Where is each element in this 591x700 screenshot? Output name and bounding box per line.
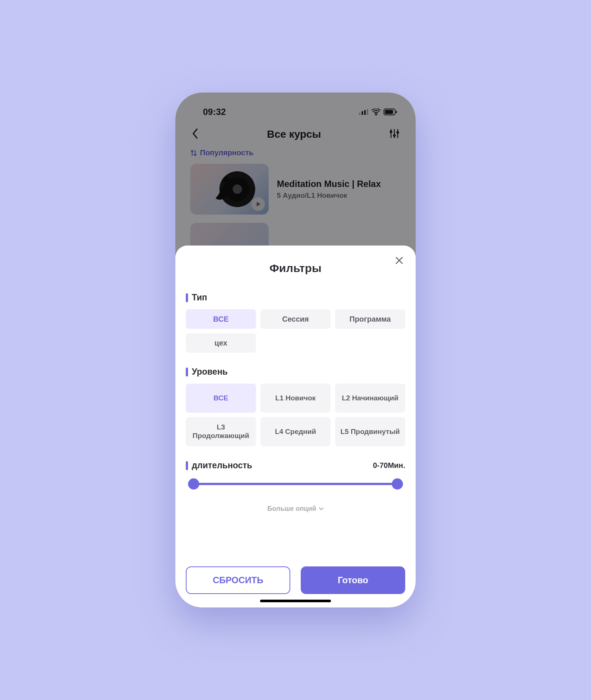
level-chip-l3[interactable]: L3 Продолжающий — [186, 417, 256, 446]
duration-header: длительность 0-70Мин. — [186, 460, 405, 471]
close-icon — [395, 256, 404, 265]
slider-handle-max[interactable] — [392, 478, 403, 490]
level-chip-l2[interactable]: L2 Начинающий — [335, 384, 405, 413]
reset-button[interactable]: СБРОСИТЬ — [186, 566, 290, 594]
type-chip-all[interactable]: ВСЕ — [186, 309, 256, 329]
level-label-text: Уровень — [192, 367, 228, 377]
slider-track — [190, 483, 401, 485]
phone-frame: 09:32 Все курсы Популярность — [175, 93, 416, 607]
filters-sheet: Фильтры Тип ВСЕ Сессия Программа цех Уро… — [175, 246, 416, 607]
done-button[interactable]: Готово — [301, 566, 405, 594]
more-options-button[interactable]: Больше опций — [186, 505, 405, 513]
duration-label-text: длительность — [192, 460, 252, 471]
section-label-duration: длительность — [186, 460, 252, 471]
type-chip-program[interactable]: Программа — [335, 309, 405, 329]
chevron-down-icon — [319, 507, 324, 511]
level-chip-all[interactable]: ВСЕ — [186, 384, 256, 413]
close-button[interactable] — [393, 254, 406, 267]
level-chip-l4[interactable]: L4 Средний — [260, 417, 331, 446]
level-chip-l5[interactable]: L5 Продвинутый — [335, 417, 405, 446]
level-chip-l1[interactable]: L1 Новичок — [260, 384, 331, 413]
type-chip-session[interactable]: Сессия — [260, 309, 331, 329]
more-options-label: Больше опций — [267, 505, 316, 513]
slider-handle-min[interactable] — [188, 478, 199, 490]
type-chip-workshop[interactable]: цех — [186, 333, 256, 353]
action-buttons: СБРОСИТЬ Готово — [186, 566, 405, 594]
type-label-text: Тип — [192, 293, 207, 303]
level-chips: ВСЕ L1 Новичок L2 Начинающий L3 Продолжа… — [186, 384, 405, 446]
duration-slider[interactable] — [190, 478, 401, 490]
home-indicator[interactable] — [260, 600, 331, 602]
type-chips: ВСЕ Сессия Программа цех — [186, 309, 405, 353]
duration-value: 0-70Мин. — [373, 461, 405, 470]
section-label-level: Уровень — [186, 367, 405, 377]
sheet-title: Фильтры — [186, 262, 405, 275]
section-label-type: Тип — [186, 293, 405, 303]
